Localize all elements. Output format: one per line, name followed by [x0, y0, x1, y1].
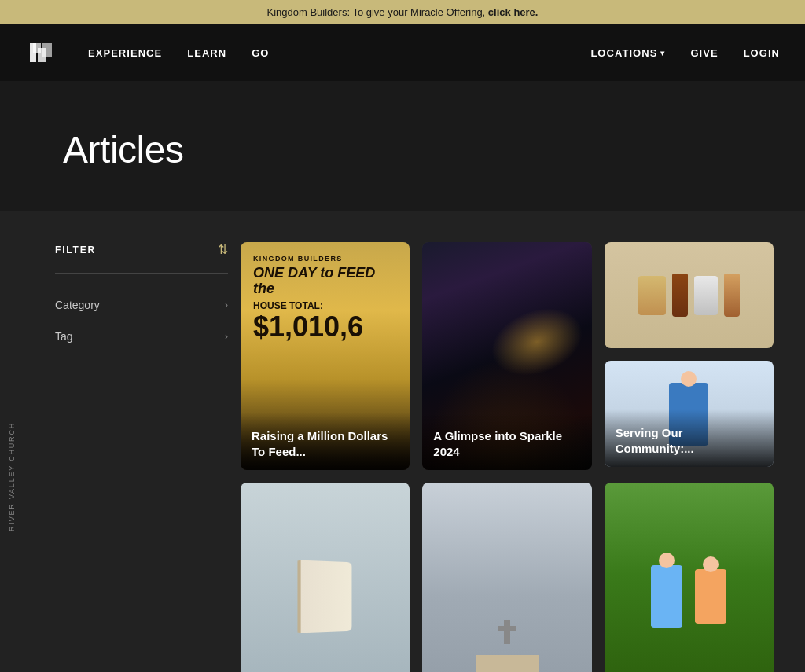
article-col-right: Serving Our Community:...	[605, 242, 774, 470]
article-card-6[interactable]	[422, 483, 591, 672]
filter-header: FILTER ⇅	[55, 242, 228, 257]
article-card-2[interactable]: A Glimpse into Sparkle 2024	[422, 242, 591, 470]
nav-right: LOCATIONS ▾ GIVE LOGIN	[590, 47, 780, 59]
article-card-3[interactable]	[605, 242, 774, 348]
hero-section: Articles	[0, 81, 805, 211]
navbar: EXPERIENCE LEARN GO LOCATIONS ▾ GIVE LOG…	[0, 24, 805, 81]
nav-learn[interactable]: LEARN	[187, 47, 226, 59]
announcement-bar: Kingdom Builders: To give your Miracle O…	[0, 0, 805, 24]
filter-icon[interactable]: ⇅	[218, 242, 228, 257]
nav-experience[interactable]: EXPERIENCE	[88, 47, 162, 59]
article-title-1: Raising a Million Dollars To Feed...	[252, 428, 399, 459]
nav-go[interactable]: GO	[252, 47, 269, 59]
filter-tag-label: Tag	[55, 330, 73, 343]
article-image-5	[241, 483, 410, 672]
sidebar: FILTER ⇅ Category › Tag ›	[24, 242, 228, 672]
vertical-church-label: RIVER VALLEY CHURCH	[8, 422, 16, 531]
logo[interactable]	[25, 37, 57, 68]
nav-login[interactable]: LOGIN	[744, 47, 780, 59]
article-card-1[interactable]: KINGDOM BUILDERS ONE DAY to FEED the HOU…	[241, 242, 410, 470]
page-title: Articles	[63, 128, 742, 171]
article-overlay-2: A Glimpse into Sparkle 2024	[422, 413, 591, 470]
article-overlay-1: Raising a Million Dollars To Feed...	[241, 413, 410, 470]
article-title-4: Serving Our Community:...	[616, 425, 763, 456]
announcement-link[interactable]: click here.	[488, 6, 539, 18]
article-card-4[interactable]: Serving Our Community:...	[605, 361, 774, 467]
article-card-7[interactable]	[605, 483, 774, 672]
article-image-7	[605, 483, 774, 672]
nav-locations[interactable]: LOCATIONS ▾	[590, 47, 665, 59]
nav-locations-label: LOCATIONS	[590, 47, 657, 59]
article-overlay-4: Serving Our Community:...	[605, 409, 774, 467]
chevron-right-icon: ›	[225, 299, 228, 310]
article-image-6	[422, 483, 591, 672]
article-card-5[interactable]	[241, 483, 410, 672]
sidebar-wrapper: RIVER VALLEY CHURCH FILTER ⇅ Category › …	[0, 242, 228, 672]
nav-left: EXPERIENCE LEARN GO	[88, 47, 590, 59]
announcement-text: Kingdom Builders: To give your Miracle O…	[267, 6, 486, 18]
article-title-2: A Glimpse into Sparkle 2024	[433, 428, 580, 459]
filter-tag[interactable]: Tag ›	[55, 321, 228, 352]
chevron-right-icon-2: ›	[225, 331, 228, 342]
article-image-3	[605, 242, 774, 348]
filter-divider	[55, 273, 228, 274]
filter-category[interactable]: Category ›	[55, 289, 228, 321]
vertical-label-container: RIVER VALLEY CHURCH	[0, 242, 24, 672]
articles-grid: KINGDOM BUILDERS ONE DAY to FEED the HOU…	[228, 242, 774, 672]
filter-category-label: Category	[55, 299, 100, 311]
content-area: RIVER VALLEY CHURCH FILTER ⇅ Category › …	[0, 211, 805, 672]
filter-title: FILTER	[55, 244, 96, 255]
nav-give[interactable]: GIVE	[690, 47, 718, 59]
chevron-down-icon: ▾	[660, 49, 665, 57]
